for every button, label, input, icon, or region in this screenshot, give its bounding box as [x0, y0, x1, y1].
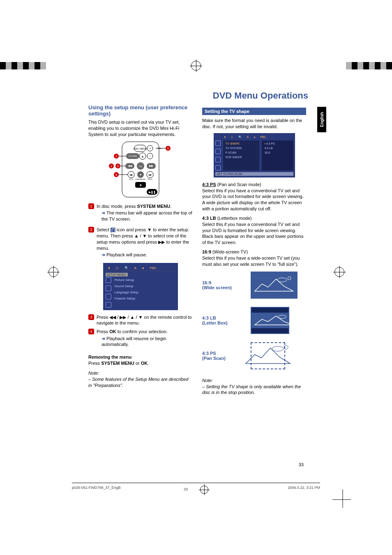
osd2-right-2: 16:9	[264, 151, 291, 154]
svg-text:STOP: STOP	[129, 178, 133, 180]
step-1: 1 In disc mode, press SYSTEM MENU. The m…	[88, 203, 192, 224]
footer-right: 2006.5.22, 3:21 PM	[288, 486, 320, 495]
landscape-icon	[254, 275, 294, 295]
osd-tv-shape: ⏸ ▷ 🔍 A ● PBC TV SHAPE	[214, 133, 295, 177]
osd2-mid-1: TV SYSTEM	[226, 147, 257, 150]
svg-text:▲: ▲	[141, 155, 144, 158]
illus-lb: 4:3 LB (Letter Box)	[202, 307, 306, 334]
svg-text:3: 3	[117, 164, 119, 168]
svg-point-48	[278, 315, 286, 318]
svg-text:DISC MENU: DISC MENU	[133, 147, 147, 150]
lb-body: Select this if you have a conventional T…	[202, 222, 303, 245]
osd2-mid-0: TV SHAPE	[226, 142, 257, 145]
osd-setup-label: SETUP MENU	[106, 273, 128, 276]
ps-mode: (Pan and Scan mode)	[216, 182, 261, 187]
osd2-topbar: ⏸ ▷ 🔍 A ● PBC	[215, 135, 293, 140]
osd2-mid-3: SCR SAVER	[226, 156, 257, 159]
osd-topbar: ⏸ ▷ 🔍 A ● PBC	[106, 265, 175, 271]
left-heading: Using the setup menu (user preference se…	[88, 104, 192, 117]
osd-top-2: 🔍	[125, 266, 129, 270]
step-badge-2: 2	[88, 227, 94, 233]
svg-text:▶❚❚: ▶❚❚	[148, 191, 155, 194]
step3-text: Press ◀◀ / ▶▶ / ▲ / ▼ on the remote cont…	[97, 314, 192, 327]
language-tab: English	[317, 107, 326, 132]
right-column: Setting the TV shape Make sure the forma…	[202, 86, 306, 399]
footer-center: 33	[200, 486, 208, 495]
illus-16-9: 16:9 (Wide screen)	[202, 272, 306, 299]
osd2-right-1: 4:3 LB	[264, 147, 291, 150]
footer-mid: 33	[184, 487, 188, 491]
svg-text:⏮: ⏮	[129, 173, 132, 176]
print-footer: p026-051-FWD798_37_EngB 33 2006.5.22, 3:…	[72, 483, 320, 495]
remove-heading: Removing the menu	[88, 355, 131, 359]
step1-text-a: In disc mode, press	[97, 204, 137, 209]
svg-point-50	[284, 345, 288, 349]
svg-point-47	[288, 276, 291, 280]
reg-strip-right	[346, 62, 392, 69]
osd2-language-icon	[215, 157, 221, 162]
left-column: Using the setup menu (user preference se…	[88, 86, 192, 399]
remove-a: Press	[88, 361, 101, 366]
crosshair-left-icon	[48, 267, 58, 276]
footer-left: p026-051-FWD798_37_EngB	[72, 486, 121, 495]
step-2: 2 Select icon and press ▼ to enter the s…	[88, 227, 192, 260]
osd2-midcol: TV SHAPE TV SYSTEM P-SCAN SCR SAVER	[223, 140, 260, 170]
step1-result: The menu bar will appear across the top …	[101, 210, 192, 222]
osd-feature-icon	[106, 302, 111, 308]
left-note-body: – Some features of the Setup Menu are de…	[88, 377, 188, 388]
osd2-right-0: 4:3 PS	[264, 142, 291, 145]
osd2-top-2: 🔍	[238, 136, 242, 139]
svg-text:,: ,	[114, 164, 115, 168]
illus-lb-label: 4:3 LB (Letter Box)	[202, 315, 243, 325]
osd2-top-3: A	[247, 136, 249, 139]
crosshair-right-icon	[334, 267, 344, 276]
osd2-picture-icon	[215, 140, 221, 146]
step4-result: Playback will resume or begin automatica…	[101, 336, 192, 348]
remote-diagram: DISC MENU ＋ VOL SYSTEM ▲ － ◀◀ OK	[106, 141, 175, 199]
osd-top-1: ▷	[116, 266, 119, 270]
osd-sound-icon	[106, 286, 111, 291]
left-note-head: Note:	[88, 371, 99, 375]
osd2-sound-icon	[215, 149, 221, 154]
svg-text:▶▶: ▶▶	[149, 164, 154, 167]
svg-text:SYSTEM: SYSTEM	[128, 155, 137, 157]
svg-text:GOTO: GOTO	[148, 178, 152, 180]
osd2-iconcol	[215, 140, 221, 170]
osd-item-2: Language Setup	[115, 290, 175, 294]
step4-text-c: to confirm your selection.	[116, 329, 168, 334]
step-badge-3: 3	[88, 314, 94, 320]
osd-top-5: PBC	[150, 266, 157, 270]
w-head: 16:9	[202, 249, 211, 254]
setup-icon	[111, 228, 115, 233]
crosshair-icon	[191, 61, 201, 71]
step-badge-4: 4	[88, 329, 94, 334]
svg-point-49	[272, 346, 284, 351]
osd2-rightcol: 4:3 PS 4:3 LB 16:9	[262, 140, 293, 170]
tv-ps-box	[251, 342, 285, 369]
osd-top-3: A	[134, 266, 136, 270]
landscape-icon	[254, 313, 294, 327]
osd2-mid-2: P-SCAN	[226, 151, 257, 154]
svg-text:PLAY/PAUSE: PLAY/PAUSE	[135, 178, 145, 180]
tv-16-9-box	[251, 272, 297, 299]
left-intro: This DVD setup is carried out via your T…	[88, 119, 192, 138]
crosshair-icon	[200, 486, 208, 494]
svg-text:4: 4	[115, 173, 117, 177]
step4-text-a: Press	[97, 329, 109, 334]
landscape-icon	[245, 343, 291, 368]
svg-text:◀◀: ◀◀	[128, 164, 132, 167]
illus-ps: 4:3 PS (Pan Scan)	[202, 342, 306, 369]
svg-text:▼: ▼	[139, 173, 142, 176]
svg-text:－: －	[148, 154, 151, 157]
lb-mode: (Letterbox mode)	[216, 216, 252, 221]
osd2-top-5: PBC	[260, 136, 266, 139]
osd2-top-0: ⏸	[224, 136, 226, 139]
step-4: 4 Press OK to confirm your selection. Pl…	[88, 329, 192, 350]
remote-svg: DISC MENU ＋ VOL SYSTEM ▲ － ◀◀ OK	[106, 141, 175, 198]
right-note-body: – Setting the TV shape is only available…	[202, 384, 301, 395]
osd-top-0: ⏸	[107, 266, 111, 270]
tv-shape-boxhead: Setting the TV shape	[202, 108, 306, 115]
step1-text-c: .	[170, 204, 171, 209]
ps-head: 4:3 PS	[202, 182, 216, 187]
page-number: 33	[299, 462, 304, 467]
